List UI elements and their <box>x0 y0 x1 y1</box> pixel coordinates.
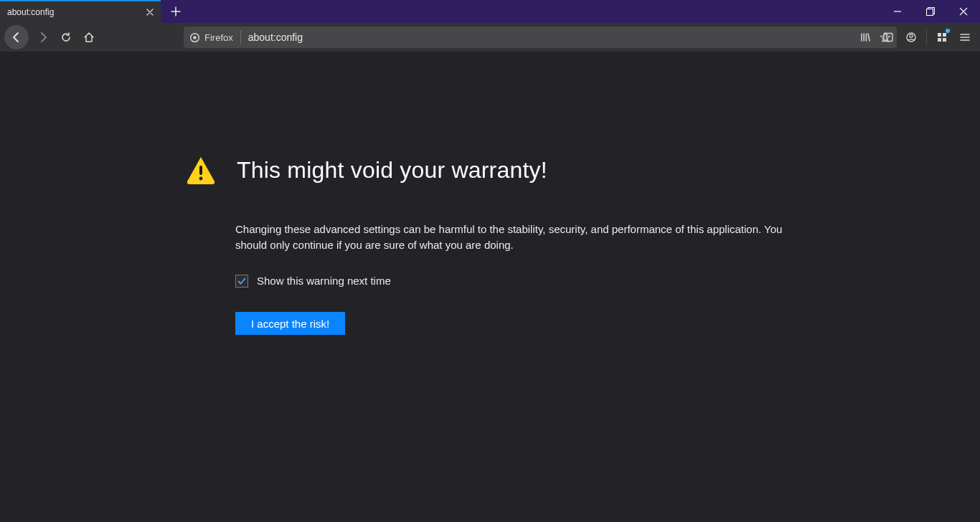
new-tab-button[interactable] <box>165 0 187 23</box>
page-content: This might void your warranty! Changing … <box>0 52 980 522</box>
close-tab-button[interactable] <box>143 6 156 19</box>
tab-about-config[interactable]: about:config <box>0 0 161 23</box>
window-maximize-button[interactable] <box>914 0 947 23</box>
warning-container: This might void your warranty! Changing … <box>185 154 788 335</box>
show-warning-checkbox[interactable] <box>235 275 248 288</box>
svg-rect-8 <box>938 33 941 37</box>
svg-point-13 <box>199 177 203 181</box>
svg-rect-11 <box>943 38 946 42</box>
window-close-button[interactable] <box>947 0 980 23</box>
accept-risk-button[interactable]: I accept the risk! <box>235 312 345 335</box>
svg-rect-12 <box>199 166 202 175</box>
svg-rect-9 <box>943 33 946 37</box>
svg-rect-10 <box>938 38 941 42</box>
svg-point-7 <box>910 34 913 37</box>
reload-button[interactable] <box>55 26 77 49</box>
svg-point-3 <box>193 36 197 39</box>
show-warning-label: Show this warning next time <box>257 275 391 287</box>
warning-checkbox-row: Show this warning next time <box>235 275 788 288</box>
extensions-button[interactable] <box>931 26 953 49</box>
firefox-icon <box>189 32 200 43</box>
window-minimize-button[interactable] <box>881 0 914 23</box>
nav-toolbar: Firefox about:config <box>0 23 980 52</box>
identity-box[interactable]: Firefox <box>189 30 241 44</box>
url-text[interactable]: about:config <box>241 32 880 43</box>
sidebar-button[interactable] <box>877 26 899 49</box>
account-button[interactable] <box>900 26 922 49</box>
svg-rect-1 <box>927 9 933 16</box>
toolbar-separator <box>926 29 927 45</box>
toolbar-right-icons <box>854 23 976 52</box>
library-button[interactable] <box>854 26 876 49</box>
svg-rect-4 <box>884 34 892 42</box>
forward-button <box>32 26 55 49</box>
warning-body: Changing these advanced settings can be … <box>235 222 788 335</box>
tab-title: about:config <box>7 7 54 17</box>
url-bar[interactable]: Firefox about:config <box>184 27 897 48</box>
warning-text: Changing these advanced settings can be … <box>235 222 788 253</box>
back-button[interactable] <box>4 25 29 49</box>
titlebar: about:config <box>0 0 980 23</box>
app-menu-button[interactable] <box>954 26 976 49</box>
warning-title: This might void your warranty! <box>237 157 547 184</box>
home-button[interactable] <box>77 26 100 49</box>
tabstrip: about:config <box>0 0 187 23</box>
window-controls <box>881 0 980 23</box>
warning-header: This might void your warranty! <box>185 154 788 186</box>
warning-icon <box>185 154 217 186</box>
identity-label: Firefox <box>204 32 233 43</box>
